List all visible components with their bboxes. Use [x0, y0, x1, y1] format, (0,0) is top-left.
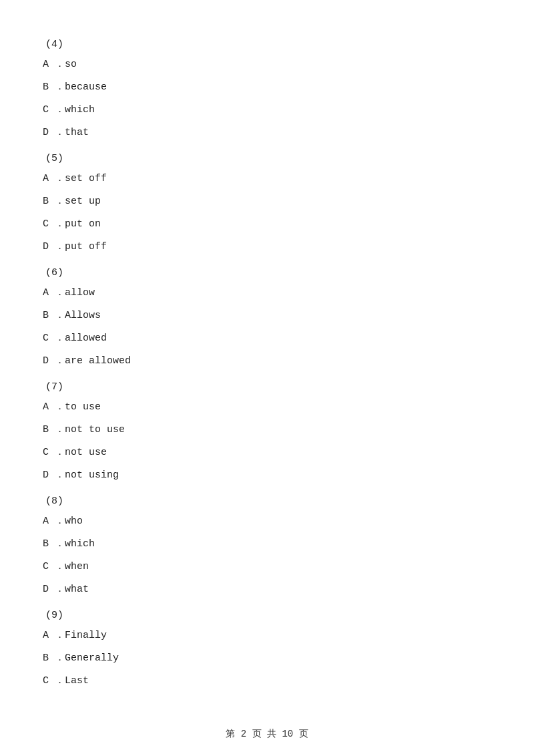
option-4-0[interactable]: A ．who [40, 514, 494, 530]
option-3-3[interactable]: D ．not using [40, 467, 494, 484]
question-number-1: (5) [40, 153, 494, 164]
option-5-1[interactable]: B ．Generally [40, 650, 494, 667]
option-5-2[interactable]: C ．Last [40, 673, 494, 689]
option-3-1[interactable]: B ．not to use [40, 422, 494, 438]
option-0-3[interactable]: D ．that [40, 125, 494, 141]
page-content: (4)A ．soB ．becauseC ．whichD ．that(5)A ．s… [0, 0, 534, 736]
question-number-5: (9) [40, 610, 494, 621]
question-number-4: (8) [40, 496, 494, 507]
option-4-1[interactable]: B ．which [40, 536, 494, 552]
option-0-1[interactable]: B ．because [40, 79, 494, 96]
question-number-0: (4) [40, 39, 494, 50]
footer-text: 第 2 页 共 10 页 [226, 729, 308, 739]
option-1-3[interactable]: D ．put off [40, 239, 494, 255]
option-1-1[interactable]: B ．set up [40, 194, 494, 210]
option-3-0[interactable]: A ．to use [40, 399, 494, 415]
option-0-2[interactable]: C ．which [40, 102, 494, 118]
page-footer: 第 2 页 共 10 页 [0, 728, 534, 740]
option-5-0[interactable]: A ．Finally [40, 628, 494, 644]
option-1-2[interactable]: C ．put on [40, 216, 494, 232]
option-2-2[interactable]: C ．allowed [40, 331, 494, 347]
question-number-2: (6) [40, 267, 494, 278]
option-2-0[interactable]: A ．allow [40, 285, 494, 301]
option-4-2[interactable]: C ．when [40, 559, 494, 575]
question-number-3: (7) [40, 381, 494, 393]
option-2-1[interactable]: B ．Allows [40, 308, 494, 324]
option-2-3[interactable]: D ．are allowed [40, 353, 494, 369]
option-3-2[interactable]: C ．not use [40, 445, 494, 461]
option-4-3[interactable]: D ．what [40, 582, 494, 598]
option-0-0[interactable]: A ．so [40, 57, 494, 73]
option-1-0[interactable]: A ．set off [40, 171, 494, 187]
